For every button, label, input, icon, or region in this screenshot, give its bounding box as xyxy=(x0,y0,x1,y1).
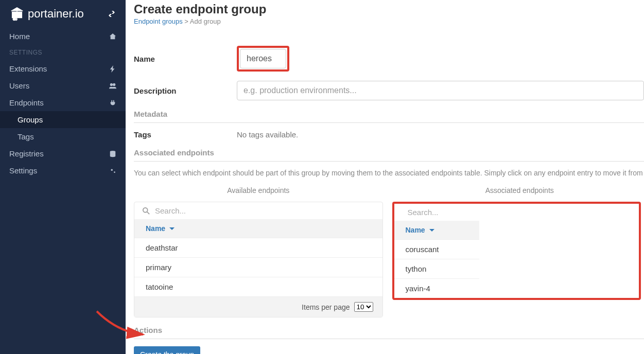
associated-title: Associated endpoints xyxy=(395,186,645,194)
items-per-page-select[interactable]: 10 xyxy=(354,302,373,312)
tags-label: Tags xyxy=(134,130,237,139)
tags-none-message: No tags available. xyxy=(237,130,298,139)
available-table-head[interactable]: Name xyxy=(134,219,382,238)
available-name-col: Name xyxy=(146,224,165,233)
available-search-input[interactable] xyxy=(155,206,374,215)
description-label: Description xyxy=(134,86,237,95)
page-header: Create endpoint group Endpoint groups > … xyxy=(134,2,644,25)
available-table: Name deathstar primary tatooine Items pe… xyxy=(134,202,383,317)
available-table-foot: Items per page 10 xyxy=(134,296,382,317)
sidebar: portainer.io Home SETTINGS Extensions Us… xyxy=(0,0,126,354)
breadcrumb-link[interactable]: Endpoint groups xyxy=(134,17,183,25)
sidebar-header: portainer.io xyxy=(0,0,126,28)
users-icon xyxy=(109,82,116,90)
associated-table: Name coruscant tython yavin-4 xyxy=(394,204,479,298)
sidebar-item-label: Groups xyxy=(18,115,43,124)
plug-icon xyxy=(109,99,116,107)
sidebar-section-settings: SETTINGS xyxy=(0,45,126,60)
sidebar-item-label: Endpoints xyxy=(9,98,44,107)
table-row[interactable]: tython xyxy=(394,259,479,278)
name-input[interactable] xyxy=(240,49,286,68)
swap-icon[interactable] xyxy=(107,10,116,17)
available-search xyxy=(134,202,382,219)
brand-text: portainer.io xyxy=(28,7,84,21)
sidebar-item-label: Extensions xyxy=(9,64,47,73)
table-row[interactable]: deathstar xyxy=(134,238,382,257)
main-content: Create endpoint group Endpoint groups > … xyxy=(126,0,644,354)
chevron-down-icon xyxy=(429,228,434,233)
associated-table-head[interactable]: Name xyxy=(394,221,479,239)
assoc-help-text: You can select which endpoint should be … xyxy=(134,169,644,177)
actions-title: Actions xyxy=(134,326,644,339)
table-row[interactable]: primary xyxy=(134,257,382,277)
associated-column: Associated endpoints Name coruscant xyxy=(395,186,645,317)
description-input[interactable] xyxy=(237,81,644,100)
svg-point-1 xyxy=(14,18,18,21)
portainer-icon xyxy=(9,6,25,22)
table-row[interactable]: coruscant xyxy=(394,239,479,259)
sidebar-item-tags[interactable]: Tags xyxy=(0,128,126,145)
table-row[interactable]: yavin-4 xyxy=(394,278,479,298)
svg-point-5 xyxy=(111,169,113,171)
svg-point-6 xyxy=(114,171,115,173)
database-icon xyxy=(109,150,116,157)
sidebar-item-label: Registries xyxy=(9,149,44,158)
cogs-icon xyxy=(109,167,116,174)
endpoint-tables: Available endpoints Name deathstar prima… xyxy=(134,186,644,317)
form-row-description: Description xyxy=(134,81,644,100)
sidebar-item-registries[interactable]: Registries xyxy=(0,145,126,162)
sidebar-item-label: Users xyxy=(9,81,29,90)
associated-search-input[interactable] xyxy=(408,208,506,217)
name-label: Name xyxy=(134,55,237,63)
bolt-icon xyxy=(109,65,116,73)
sidebar-item-home[interactable]: Home xyxy=(0,28,126,45)
svg-line-8 xyxy=(147,211,149,214)
chevron-down-icon xyxy=(169,226,175,232)
form-row-name: Name xyxy=(134,46,644,72)
home-icon xyxy=(109,33,116,40)
svg-point-7 xyxy=(143,207,148,212)
breadcrumb-tail: > Add group xyxy=(183,17,221,25)
metadata-title: Metadata xyxy=(134,110,644,123)
brand-logo[interactable]: portainer.io xyxy=(9,6,84,22)
table-row[interactable]: tatooine xyxy=(134,277,382,296)
sidebar-item-label: Tags xyxy=(18,132,34,141)
form-row-tags: Tags No tags available. xyxy=(134,130,644,139)
sidebar-item-settings[interactable]: Settings xyxy=(0,162,126,179)
sidebar-item-label: Home xyxy=(9,32,30,41)
available-column: Available endpoints Name deathstar prima… xyxy=(134,186,383,317)
associated-name-col: Name xyxy=(406,226,425,234)
sidebar-item-endpoints[interactable]: Endpoints xyxy=(0,94,126,111)
sidebar-item-users[interactable]: Users xyxy=(0,77,126,94)
create-group-button[interactable]: Create the group xyxy=(134,346,200,354)
sidebar-item-label: Settings xyxy=(9,166,37,175)
sidebar-item-extensions[interactable]: Extensions xyxy=(0,60,126,77)
available-title: Available endpoints xyxy=(134,186,383,194)
breadcrumb: Endpoint groups > Add group xyxy=(134,17,644,25)
associated-title: Associated endpoints xyxy=(134,148,644,162)
sidebar-item-groups[interactable]: Groups xyxy=(0,111,126,128)
highlight-name-field xyxy=(237,46,289,72)
associated-search xyxy=(394,204,479,221)
search-icon xyxy=(143,207,150,215)
highlight-associated-table: Name coruscant tython yavin-4 xyxy=(392,202,641,300)
items-per-page-label: Items per page xyxy=(302,303,350,311)
svg-point-2 xyxy=(110,83,113,85)
svg-point-3 xyxy=(113,83,115,85)
page-title: Create endpoint group xyxy=(134,2,644,16)
